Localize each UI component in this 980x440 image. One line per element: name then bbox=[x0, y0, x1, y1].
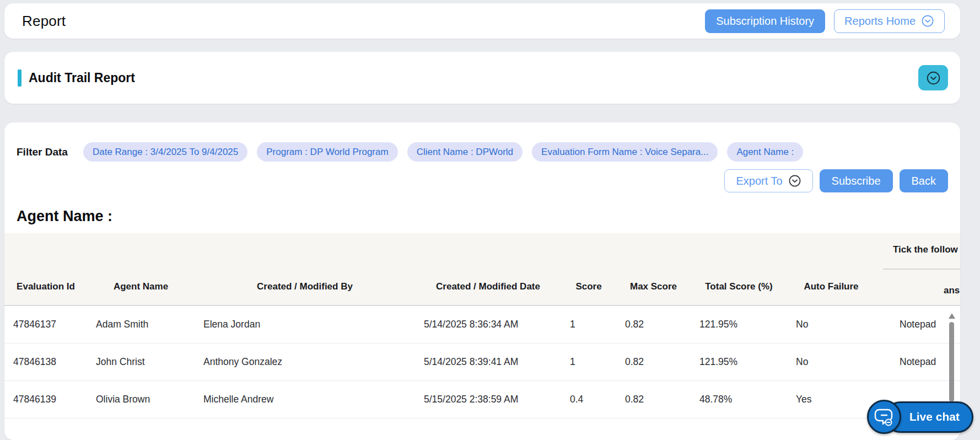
table-body: 47846137Adam SmithElena Jordan5/14/2025 … bbox=[4, 306, 960, 418]
filter-chip[interactable]: Client Name : DPWorld bbox=[407, 142, 523, 162]
column-header[interactable]: Score bbox=[561, 281, 616, 292]
column-header[interactable]: Created / Modified Date bbox=[415, 281, 561, 292]
filter-chip[interactable]: Program : DP World Program bbox=[257, 142, 397, 162]
subscription-history-label: Subscription History bbox=[716, 15, 814, 28]
table-header: Evaluation IdAgent NameCreated / Modifie… bbox=[4, 233, 960, 306]
chat-bubble-icon[interactable] bbox=[867, 400, 901, 434]
filter-chip[interactable]: Evaluation Form Name : Voice Separa... bbox=[532, 142, 718, 162]
chevron-down-icon bbox=[926, 71, 941, 85]
top-bar: Report Subscription History Reports Home bbox=[4, 3, 960, 39]
scroll-up-arrow-icon[interactable] bbox=[949, 313, 955, 319]
top-actions: Subscription History Reports Home bbox=[705, 9, 945, 33]
table-cell: 121.95% bbox=[691, 356, 787, 368]
reports-home-label: Reports Home bbox=[844, 15, 916, 28]
table-actions-row: Export To Subscribe Back bbox=[4, 162, 960, 192]
agent-name-heading: Agent Name : bbox=[4, 192, 960, 225]
column-header[interactable]: Agent Name bbox=[87, 281, 195, 292]
table-cell: Adam Smith bbox=[87, 319, 195, 330]
table-cell: 48.78% bbox=[691, 394, 787, 405]
table-header-row: Evaluation IdAgent NameCreated / Modifie… bbox=[4, 269, 960, 305]
filter-chip[interactable]: Agent Name : bbox=[727, 142, 803, 162]
filter-row: Filter Data Date Range : 3/4/2025 To 9/4… bbox=[4, 122, 960, 162]
column-header[interactable]: Total Score (%) bbox=[691, 281, 787, 292]
reports-home-button[interactable]: Reports Home bbox=[834, 9, 945, 33]
table-cell: 5/14/2025 8:39:41 AM bbox=[415, 356, 561, 368]
table-cell: 1 bbox=[561, 319, 616, 330]
table-cell: Olivia Brown bbox=[87, 394, 195, 405]
live-chat-label: Live chat bbox=[909, 410, 960, 423]
subscribe-button[interactable]: Subscribe bbox=[820, 169, 893, 192]
page-title: Report bbox=[22, 13, 66, 30]
table-cell: No bbox=[787, 319, 875, 330]
subscribe-label: Subscribe bbox=[832, 175, 881, 187]
table-cell: 5/14/2025 8:36:34 AM bbox=[415, 319, 561, 330]
table-row[interactable]: 47846138John ChristAnthony Gonzalez5/14/… bbox=[4, 344, 960, 381]
group-sub-column-header: ans bbox=[944, 285, 960, 296]
table-cell: Notepad bbox=[875, 356, 960, 368]
table-cell: Elena Jordan bbox=[195, 319, 415, 330]
table-cell: Yes bbox=[787, 394, 875, 405]
table-cell: 1 bbox=[561, 356, 616, 368]
table-cell: 0.82 bbox=[616, 356, 691, 368]
table-cell: 0.82 bbox=[616, 319, 691, 330]
export-to-button[interactable]: Export To bbox=[724, 169, 812, 192]
scrollbar-thumb[interactable] bbox=[949, 322, 954, 402]
table-cell: Michelle Andrew bbox=[195, 394, 415, 405]
back-label: Back bbox=[912, 175, 936, 187]
table-cell: 5/15/2025 2:38:59 AM bbox=[415, 394, 561, 405]
collapse-section-button[interactable] bbox=[918, 65, 948, 90]
group-column-header: Tick the follow bbox=[893, 244, 958, 255]
back-button[interactable]: Back bbox=[900, 169, 948, 192]
column-header[interactable]: Auto Failure bbox=[787, 281, 875, 292]
table-cell: Notepad bbox=[875, 319, 960, 330]
report-name-title: Audit Trail Report bbox=[29, 71, 135, 85]
accent-bar bbox=[18, 69, 21, 87]
table-cell: 47846137 bbox=[4, 319, 87, 330]
filter-chip[interactable]: Date Range : 3/4/2025 To 9/4/2025 bbox=[83, 142, 247, 162]
table-row[interactable]: 47846137Adam SmithElena Jordan5/14/2025 … bbox=[4, 306, 960, 344]
group-header-divider bbox=[883, 269, 960, 270]
filter-data-label: Filter Data bbox=[17, 146, 68, 158]
column-header[interactable]: Created / Modified By bbox=[195, 281, 415, 292]
table-cell: 47846139 bbox=[4, 394, 87, 405]
table-cell: 0.82 bbox=[616, 394, 691, 405]
filter-chips: Date Range : 3/4/2025 To 9/4/2025Program… bbox=[83, 142, 803, 162]
table-cell: No bbox=[787, 356, 875, 368]
chevron-down-icon bbox=[921, 14, 934, 28]
export-to-label: Export To bbox=[736, 175, 782, 187]
table-cell: John Christ bbox=[87, 356, 195, 368]
column-header[interactable]: Max Score bbox=[616, 281, 691, 292]
column-header[interactable]: Evaluation Id bbox=[4, 281, 87, 292]
live-chat-button[interactable]: Live chat bbox=[867, 400, 973, 434]
table-cell: 121.95% bbox=[691, 319, 787, 330]
table-cell: Anthony Gonzalez bbox=[195, 356, 415, 368]
report-content-card: Filter Data Date Range : 3/4/2025 To 9/4… bbox=[4, 122, 960, 440]
subscription-history-button[interactable]: Subscription History bbox=[705, 9, 825, 33]
table-cell: 47846138 bbox=[4, 356, 87, 368]
table-row[interactable]: 47846139Olivia BrownMichelle Andrew5/15/… bbox=[4, 381, 960, 418]
audit-table: Evaluation IdAgent NameCreated / Modifie… bbox=[4, 233, 960, 418]
table-cell: 0.4 bbox=[561, 394, 616, 405]
report-title-card: Audit Trail Report bbox=[4, 52, 960, 104]
chevron-down-icon bbox=[788, 174, 801, 187]
